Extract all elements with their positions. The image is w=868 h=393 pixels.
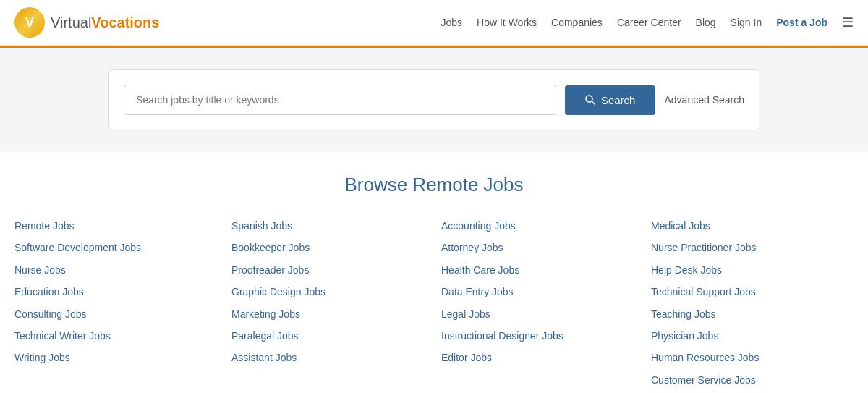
jobs-column-2: Spanish Jobs Bookkeeper Jobs Proofreader… [224,218,434,393]
list-item[interactable]: Human Resources Jobs [651,350,846,365]
list-item[interactable]: Writing Jobs [14,350,217,365]
list-item[interactable]: Marketing Jobs [231,306,427,322]
list-item[interactable]: Technical Writer Jobs [14,328,217,344]
list-item[interactable]: Instructional Designer Jobs [441,328,637,344]
list-item[interactable]: Physician Jobs [651,328,846,344]
list-item[interactable]: Consulting Jobs [14,306,217,322]
search-section: Search Advanced Search [0,48,868,152]
logo-icon: V [14,7,45,38]
list-item[interactable]: Spanish Jobs [231,218,427,234]
list-item[interactable]: Editor Jobs [441,350,637,365]
list-item[interactable]: Data Entry Jobs [441,284,637,300]
main-nav: Jobs How It Works Companies Career Cente… [441,14,854,30]
jobs-column-4: Medical Jobs Nurse Practitioner Jobs Hel… [644,218,854,393]
list-item[interactable]: Attorney Jobs [441,240,637,255]
search-button[interactable]: Search [565,85,656,115]
list-item[interactable]: Customer Service Jobs [651,372,846,388]
list-item[interactable]: Proofreader Jobs [231,262,427,278]
list-item[interactable]: Paralegal Jobs [231,328,427,344]
list-item[interactable]: Nurse Jobs [14,262,217,278]
list-item[interactable]: Health Care Jobs [441,262,637,278]
list-item[interactable]: Technical Support Jobs [651,284,846,300]
nav-companies[interactable]: Companies [551,17,603,28]
jobs-grid: Remote Jobs Software Development Jobs Nu… [14,218,854,393]
list-item[interactable]: Nurse Practitioner Jobs [651,240,846,255]
jobs-column-3: Accounting Jobs Attorney Jobs Health Car… [434,218,644,393]
search-container: Search Advanced Search [109,69,760,130]
browse-title: Browse Remote Jobs [14,174,854,196]
nav-career-center[interactable]: Career Center [617,17,681,28]
nav-how-it-works[interactable]: How It Works [477,17,537,28]
list-item[interactable]: Education Jobs [14,284,217,300]
search-input[interactable] [124,85,556,115]
jobs-column-1: Remote Jobs Software Development Jobs Nu… [14,218,224,393]
logo-text: VirtualVocations [51,14,159,31]
list-item[interactable]: Bookkeeper Jobs [231,240,427,255]
list-item[interactable]: Help Desk Jobs [651,262,846,278]
hamburger-icon[interactable]: ☰ [842,14,854,30]
nav-post-a-job[interactable]: Post a Job [776,17,827,28]
browse-section: Browse Remote Jobs Remote Jobs Software … [0,152,868,393]
list-item[interactable]: Assistant Jobs [231,350,427,365]
search-icon [585,95,595,105]
list-item[interactable]: Legal Jobs [441,306,637,322]
list-item[interactable]: Remote Jobs [14,218,217,234]
list-item[interactable]: Medical Jobs [651,218,846,234]
nav-blog[interactable]: Blog [696,17,716,28]
nav-jobs[interactable]: Jobs [441,17,462,28]
svg-line-1 [592,101,595,104]
advanced-search-link[interactable]: Advanced Search [664,94,744,106]
list-item[interactable]: Software Development Jobs [14,240,217,255]
list-item[interactable]: Teaching Jobs [651,306,846,322]
logo[interactable]: V VirtualVocations [14,7,159,38]
header: V VirtualVocations Jobs How It Works Com… [0,0,868,46]
list-item[interactable]: Accounting Jobs [441,218,637,234]
list-item[interactable]: Graphic Design Jobs [231,284,427,300]
nav-sign-in[interactable]: Sign In [731,17,762,28]
